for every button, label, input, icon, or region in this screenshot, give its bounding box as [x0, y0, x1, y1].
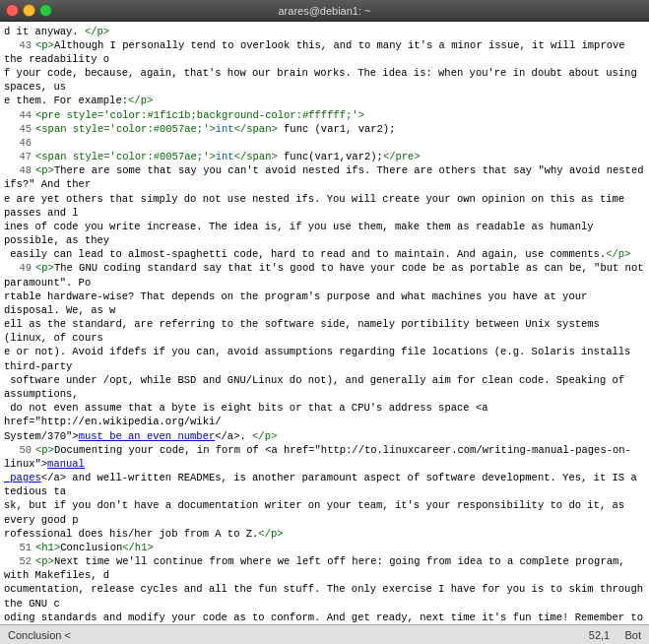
terminal-line: 44<pre style='color:#1f1c1b;background-c… [4, 108, 645, 122]
line-text: <p>Documenting your code, in form of <a … [4, 444, 643, 540]
line-number: 52,1 [589, 629, 610, 641]
status-left: Conclusion < [8, 629, 71, 641]
terminal-line: 46 [4, 136, 645, 150]
line-number-gutter: 51 [4, 541, 32, 554]
line-number-gutter: 50 [4, 443, 32, 457]
line-text: <p>You are urged to use a consistent int… [4, 22, 649, 37]
minimize-button[interactable] [23, 4, 35, 17]
bot-label: Bot [624, 629, 641, 641]
line-text: <h1>Conclusion</h1> [35, 542, 154, 553]
line-number-gutter: 44 [4, 108, 32, 122]
terminal-line: 47<span style='color:#0057ae;'>int</span… [4, 150, 645, 163]
terminal-line: 52<p>Next time we'll continue from where… [4, 554, 645, 624]
terminal-line: 51<h1>Conclusion</h1> [4, 541, 645, 554]
close-button[interactable] [6, 4, 19, 17]
line-text: <pre style='color:#1f1c1b;background-col… [35, 109, 364, 121]
line-text: <p>Although I personally tend to overloo… [4, 39, 643, 107]
window-controls[interactable] [6, 4, 52, 17]
terminal-line: 49<p>The GNU coding standard say that it… [4, 261, 645, 442]
maximize-button[interactable] [39, 4, 52, 17]
line-text: <span style='color:#0057ae;'>int</span> … [35, 123, 395, 135]
line-number-gutter: 52 [4, 554, 32, 568]
line-number-gutter: 45 [4, 122, 32, 136]
line-text: <p>Next time we'll continue from where w… [4, 555, 649, 624]
title-bar: arares@debian1: ~ [0, 0, 649, 22]
line-number-gutter: 43 [4, 38, 32, 52]
line-number-gutter: 49 [4, 261, 32, 275]
window-title: arares@debian1: ~ [278, 5, 370, 17]
terminal-line: 48<p>There are some that say you can't a… [4, 163, 645, 261]
status-bar: Conclusion < 52,1 Bot [0, 624, 649, 644]
line-number-gutter: 46 [4, 136, 32, 150]
terminal-line: 43<p>Although I personally tend to overl… [4, 38, 645, 108]
line-text: <p>The GNU coding standard say that it's… [4, 262, 649, 441]
line-text: <p>There are some that say you can't avo… [4, 164, 649, 260]
terminal-line: 50<p>Documenting your code, in form of <… [4, 443, 645, 541]
terminal-line: 42<p>You are urged to use a consistent i… [4, 22, 645, 38]
terminal-line: 45<span style='color:#0057ae;'>int</span… [4, 122, 645, 136]
status-right: 52,1 Bot [589, 629, 641, 641]
line-text: <span style='color:#0057ae;'>int</span> … [35, 151, 421, 162]
line-number-gutter: 47 [4, 150, 32, 163]
line-number-gutter: 48 [4, 163, 32, 177]
terminal-content[interactable]: 33</pre>34<p>...while others do it like … [0, 22, 649, 624]
